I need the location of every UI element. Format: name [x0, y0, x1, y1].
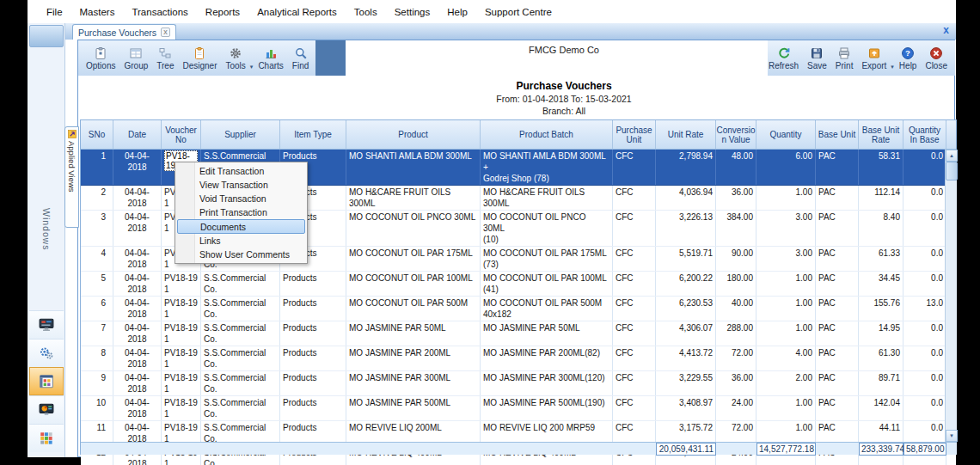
cell-conversio-n-value: 72.00 [716, 346, 756, 370]
cell-sno: 6 [81, 297, 113, 321]
menu-item-settings[interactable]: Settings [386, 3, 439, 21]
column-header-quantity-in-base[interactable]: Quantity In Base [903, 120, 946, 149]
column-header-conversio-n-value[interactable]: Conversio n Value [716, 120, 756, 149]
windows-dock-panel: Windows [28, 23, 65, 457]
scroll-up-icon[interactable]: ▲ [946, 150, 958, 162]
table-row[interactable]: 504-04-2018PV18-19 1S.S.Commercial Co.Pr… [81, 272, 956, 297]
scroll-down-icon[interactable]: ▼ [946, 430, 958, 442]
vertical-scrollbar[interactable]: ▲ ▼ [945, 150, 957, 442]
tab-purchase-vouchers[interactable]: Purchase Vouchers x [72, 24, 176, 40]
cell-purchase-unit: CFC [613, 346, 656, 370]
column-header-item-type[interactable]: Item Type [280, 120, 346, 149]
column-header-base-unit[interactable]: Base Unit [816, 120, 859, 149]
window-close-icon[interactable]: x [943, 24, 949, 36]
cell-unit-rate: 4,413.72 [656, 346, 716, 370]
menu-item-analytical-reports[interactable]: Analytical Reports [248, 3, 346, 21]
cell-supplier: S.S.Commercial Co. [201, 272, 280, 296]
cell-item-type: Products [280, 297, 346, 321]
cell-base-unit: PAC [816, 272, 859, 296]
cell-voucher-no: PV18-19 1 [162, 346, 201, 370]
cell-supplier: S.S.Commercial Co. [201, 297, 280, 321]
scrollbar-thumb[interactable] [946, 162, 958, 180]
column-header-product[interactable]: Product [346, 120, 481, 149]
context-menu-item-edit-transaction[interactable]: Edit Transaction [175, 164, 307, 178]
menu-item-file[interactable]: File [38, 3, 71, 21]
table-row[interactable]: 804-04-2018PV18-19 1S.S.Commercial Co.Pr… [81, 346, 956, 371]
cell-voucher-no: PV18-19 1 [162, 272, 201, 296]
cell-unit-rate: 3,226.13 [656, 211, 716, 246]
cell-supplier: S.S.Commercial Co. [201, 371, 280, 395]
report-branch: Branch: All [164, 106, 964, 116]
menu-item-support-centre[interactable]: Support Centre [476, 3, 560, 21]
column-header-supplier[interactable]: Supplier [201, 120, 280, 149]
cell-quantity-in-base: 0.0 [903, 211, 946, 246]
cell-product: MO H&CARE FRUIT OILS 300ML [346, 186, 481, 210]
cell-product: MO JASMINE PAR 300ML [346, 371, 481, 395]
cell-voucher-no: PV18-19 1 [162, 321, 201, 346]
menu-item-help[interactable]: Help [438, 3, 476, 21]
group-button[interactable]: Group [119, 42, 152, 75]
dock-label-wrap: Windows [28, 208, 65, 254]
menu-item-masters[interactable]: Masters [71, 3, 124, 21]
column-header-quantity[interactable]: Quantity [756, 120, 816, 149]
applied-views-tab[interactable]: Applied Views [64, 126, 79, 228]
cell-unit-rate: 4,306.07 [656, 321, 716, 346]
menu-item-reports[interactable]: Reports [197, 3, 248, 21]
cell-quantity: 1.00 [756, 297, 816, 321]
dock-monitor-pie-icon[interactable] [29, 395, 64, 424]
column-header-unit-rate[interactable]: Unit Rate [656, 120, 716, 149]
dock-tiles-window-icon[interactable] [29, 367, 64, 395]
cell-product: MO COCONUT OIL PAR 100ML [346, 272, 481, 296]
cell-product: MO JASMINE PAR 200ML [346, 346, 481, 370]
column-header-purchase-unit[interactable]: Purchase Unit [613, 120, 656, 149]
context-menu-item-show-user-comments[interactable]: Show User Comments [175, 248, 307, 261]
menu-item-tools[interactable]: Tools [346, 3, 386, 21]
cell-sno: 1 [81, 150, 113, 185]
color-grid-icon [37, 431, 56, 446]
context-menu-item-view-transaction[interactable]: View Transaction [175, 178, 307, 192]
column-header-product-batch[interactable]: Product Batch [481, 120, 613, 149]
cell-purchase-unit: CFC [613, 396, 656, 420]
cell-quantity: 1.00 [756, 321, 816, 346]
table-row[interactable]: 604-04-2018PV18-19 1S.S.Commercial Co.Pr… [81, 297, 956, 321]
cell-base-unit: PAC [816, 297, 859, 321]
report-date-range: From: 01-04-2018 To: 15-03-2021 [164, 94, 964, 104]
total-quantity: 14,527,772.18 [756, 443, 816, 456]
cell-product-batch: MO JASMINE PAR 200ML(82) [481, 346, 613, 370]
cell-unit-rate: 6,200.22 [656, 272, 716, 296]
cell-sno: 9 [81, 371, 113, 395]
dock-icon-strip [29, 310, 64, 452]
cell-date: 04-04-2018 [113, 186, 162, 210]
table-row[interactable]: 1004-04-2018PV18-19 1S.S.Commercial Co.P… [81, 396, 956, 421]
cell-sno: 5 [81, 272, 113, 296]
gears-icon [37, 346, 56, 361]
cell-base-unit-rate: 89.71 [859, 371, 903, 395]
context-menu-item-links[interactable]: Links [175, 234, 307, 248]
table-row[interactable]: 704-04-2018PV18-19 1S.S.Commercial Co.Pr… [81, 321, 956, 346]
tab-strip: Purchase Vouchers x x [65, 23, 956, 40]
options-icon [94, 46, 107, 60]
column-header-base-unit-rate[interactable]: Base Unit Rate [859, 120, 903, 149]
dock-monitor-dashboard-icon[interactable] [29, 310, 64, 339]
dock-header[interactable] [29, 25, 64, 47]
context-menu-item-documents[interactable]: Documents [177, 219, 305, 234]
cell-quantity: 4.00 [756, 346, 816, 370]
menu-item-transactions[interactable]: Transactions [123, 3, 196, 21]
column-header-voucher-no[interactable]: Voucher No [162, 120, 201, 149]
cell-item-type: Products [280, 346, 346, 370]
dock-gears-icon[interactable] [29, 339, 64, 367]
context-menu-item-print-transaction[interactable]: Print Transaction [175, 205, 307, 219]
context-menu: Edit TransactionView TransactionVoid Tra… [175, 162, 308, 264]
cell-date: 04-04-2018 [113, 297, 162, 321]
cell-sno: 8 [81, 346, 113, 370]
context-menu-item-void-transaction[interactable]: Void Transaction [175, 192, 307, 205]
tab-close-icon[interactable]: x [161, 28, 170, 37]
dock-color-grid-icon[interactable] [29, 424, 64, 452]
cell-date: 04-04-2018 [113, 272, 162, 296]
options-button[interactable]: Options [82, 42, 119, 75]
cell-base-unit: PAC [816, 321, 859, 346]
column-header-date[interactable]: Date [113, 120, 162, 149]
column-header-sno[interactable]: SNo [81, 120, 113, 149]
table-row[interactable]: 904-04-2018PV18-19 1S.S.Commercial Co.Pr… [81, 371, 956, 396]
cell-quantity-in-base: 0.0 [903, 272, 946, 296]
